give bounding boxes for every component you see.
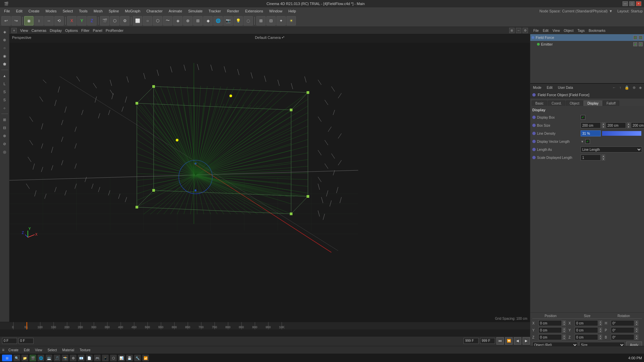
props-nav-4[interactable]: ◈ — [638, 85, 643, 90]
vp-menu-cameras[interactable]: Cameras — [32, 28, 47, 33]
sidebar-mode-2[interactable]: ⊕ — [1, 36, 8, 44]
coord-z-size-up[interactable]: ▲ — [599, 335, 602, 337]
deformer-button[interactable]: ⊕ — [183, 16, 193, 25]
grid-button[interactable]: ⊞ — [256, 16, 266, 25]
box-size-y-down[interactable]: ▼ — [627, 125, 630, 128]
taskbar-explorer[interactable]: 📁 — [21, 355, 28, 361]
menu-animate[interactable]: Animate — [166, 8, 185, 14]
props-user-data[interactable]: User Data — [556, 86, 574, 89]
tab-basic[interactable]: Basic — [532, 101, 547, 106]
obj-emitter-check-1[interactable]: ✓ — [633, 42, 637, 46]
coord-b-input[interactable] — [611, 334, 634, 340]
snap-button[interactable]: ⊟ — [266, 16, 276, 25]
timeline-start-input[interactable] — [2, 338, 17, 344]
nurbs-button[interactable]: ◈ — [173, 16, 182, 25]
mat-btn-texture[interactable]: Texture — [78, 348, 92, 352]
transport-play[interactable]: ▶ — [523, 337, 530, 345]
box-size-x-input[interactable] — [581, 122, 601, 128]
obj-toolbar-edit[interactable]: Edit — [541, 29, 550, 33]
obj-row-emitter[interactable]: Emitter ✓ ✓ — [530, 41, 644, 48]
sidebar-tool-9[interactable]: ⊘ — [1, 140, 8, 147]
menu-character[interactable]: Character — [144, 8, 165, 14]
taskbar-mail[interactable]: 📧 — [78, 355, 85, 361]
length-as-dropdown[interactable]: Line Length Absolute — [581, 146, 642, 153]
display-vector-checkbox[interactable]: ✓ — [585, 139, 590, 144]
scale-length-input[interactable] — [581, 155, 601, 161]
menu-mesh[interactable]: Mesh — [91, 8, 105, 14]
obj-toolbar-view[interactable]: View — [551, 29, 561, 33]
coord-b-up[interactable]: ▲ — [635, 335, 638, 337]
mat-btn-material[interactable]: Material — [61, 348, 76, 352]
sidebar-tool-10[interactable]: ◎ — [1, 148, 8, 156]
taskbar-search[interactable]: 🔍 — [13, 355, 20, 361]
sphere-button[interactable]: ○ — [143, 16, 152, 25]
box-size-z-input[interactable] — [631, 122, 644, 128]
scale-tool-button[interactable]: ↔ — [44, 16, 54, 25]
menu-render[interactable]: Render — [224, 8, 242, 14]
mat-btn-view[interactable]: View — [34, 348, 44, 352]
close-button[interactable]: ✕ — [636, 1, 641, 6]
timeline-end-input[interactable] — [464, 338, 479, 344]
obj-check-1[interactable]: ✓ — [633, 36, 637, 40]
display-box-checkbox[interactable]: ✓ — [581, 115, 585, 120]
minimize-button[interactable]: — — [623, 1, 628, 6]
taskbar-settings[interactable]: ⚙ — [70, 355, 76, 361]
coord-y-pos-up[interactable]: ▲ — [562, 327, 566, 330]
cube-button[interactable]: ⬜ — [133, 16, 142, 25]
box-size-y-input[interactable] — [606, 122, 626, 128]
coord-x-size-up[interactable]: ▲ — [599, 320, 602, 323]
props-lock[interactable]: 🔒 — [624, 85, 630, 90]
menu-tools[interactable]: Tools — [76, 8, 90, 14]
coord-z-size-down[interactable]: ▼ — [599, 337, 602, 340]
vp-hamburger[interactable]: ≡ — [11, 28, 17, 33]
props-back-arrow[interactable]: ← — [611, 85, 617, 90]
sidebar-tool-2[interactable]: L — [1, 80, 8, 87]
menu-file[interactable]: File — [1, 8, 13, 14]
taskbar-app8[interactable]: 📶 — [142, 355, 149, 361]
vp-menu-panel[interactable]: Panel — [93, 28, 102, 33]
transport-prev-key[interactable]: ⏪ — [505, 337, 513, 345]
coord-x-pos-input[interactable] — [538, 320, 562, 326]
cylinder-button[interactable]: ⬡ — [153, 16, 162, 25]
effector-button[interactable]: ⊞ — [193, 16, 203, 25]
props-nav-3[interactable]: ⊕ — [632, 85, 637, 90]
menu-edit[interactable]: Edit — [13, 8, 25, 14]
sidebar-mode-3[interactable]: ○ — [1, 44, 8, 52]
taskbar-app3[interactable]: 📱 — [102, 355, 109, 361]
tab-object[interactable]: Object — [566, 101, 583, 106]
coord-y-pos-input[interactable] — [538, 327, 562, 333]
coord-x-size-input[interactable] — [575, 320, 598, 326]
tab-display[interactable]: Display — [584, 101, 602, 106]
obj-emitter-check-2[interactable]: ✓ — [639, 42, 643, 46]
taskbar-app2[interactable]: 🎮 — [94, 355, 101, 361]
taskbar-app1[interactable]: 📄 — [86, 355, 93, 361]
sidebar-mode-4[interactable]: ◉ — [1, 52, 8, 60]
box-size-x-up[interactable]: ▲ — [602, 122, 605, 125]
obj-toolbar-object[interactable]: Object — [562, 29, 575, 33]
coord-p-up[interactable]: ▲ — [635, 327, 638, 330]
vp-menu-view[interactable]: View — [20, 28, 28, 33]
light2-button[interactable]: ☀ — [286, 16, 296, 25]
mat-btn-edit[interactable]: Edit — [22, 348, 31, 352]
menu-window[interactable]: Window — [267, 8, 285, 14]
light-button[interactable]: 💡 — [233, 16, 243, 25]
scale-length-down[interactable]: ▼ — [602, 158, 605, 161]
mat-hamburger-icon[interactable]: ≡ — [2, 348, 4, 352]
render-settings-button[interactable]: ⚙ — [120, 16, 129, 25]
render-button[interactable]: 🎬 — [100, 16, 109, 25]
props-edit[interactable]: Edit — [545, 86, 554, 89]
sidebar-tool-8[interactable]: ⊗ — [1, 132, 8, 139]
menu-select[interactable]: Select — [60, 8, 76, 14]
coord-y-size-up[interactable]: ▲ — [599, 327, 602, 330]
taskbar-app7[interactable]: 🔧 — [134, 355, 141, 361]
taskbar-media[interactable]: 🎵 — [54, 355, 60, 361]
sidebar-mode-1[interactable]: ◈ — [1, 28, 8, 36]
vp-menu-display[interactable]: Display — [50, 28, 62, 33]
taskbar-cinema4d[interactable]: 🎬 — [30, 355, 36, 361]
coord-h-down[interactable]: ▼ — [635, 323, 638, 326]
sidebar-tool-1[interactable]: ▲ — [1, 72, 8, 79]
props-mode[interactable]: Mode — [532, 86, 543, 89]
vp-icon-1[interactable]: ⊞ — [509, 28, 515, 33]
sidebar-mode-5[interactable]: ⬟ — [1, 60, 8, 68]
transport-to-start[interactable]: ⏮ — [496, 337, 504, 345]
